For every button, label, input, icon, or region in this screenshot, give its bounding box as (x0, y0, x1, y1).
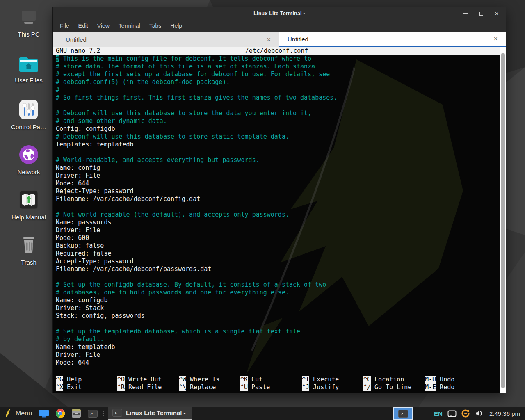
terminal-launcher-icon[interactable]: >_ (88, 410, 98, 418)
nano-shortcut-where-is: ^W Where Is (179, 376, 240, 383)
terminal-line: Name: passwords (56, 219, 500, 226)
chrome-browser-icon[interactable] (56, 409, 65, 418)
volume-tray-icon[interactable] (475, 409, 484, 418)
terminal-line: # Debconf will use this database to stor… (56, 133, 500, 141)
terminal-line: Mode: 644 (56, 180, 500, 187)
terminal-line: # Set up the templatedb database, which … (56, 328, 500, 336)
desktop-icon-this-pc[interactable]: This PC (4, 9, 53, 54)
nano-shortcut-execute: ^T Execute (302, 376, 363, 383)
shortcut-key: ^R (117, 383, 125, 391)
nano-shortcut-justify: ^J Justify (302, 383, 363, 391)
terminal-line: # debconf.conf(5) (in the debconf-doc pa… (56, 78, 500, 86)
desktop-icon-label: User Files (15, 77, 43, 84)
terminal-line: # World-readable, and accepts everything… (56, 156, 500, 164)
tab-label: Untitled (66, 36, 87, 43)
terminal-line (56, 203, 500, 211)
shortcut-key: ^C (363, 376, 371, 383)
terminal-icon: >_ (398, 410, 408, 418)
shortcut-key: ^U (240, 383, 248, 391)
terminal-scrollbar[interactable] (500, 47, 506, 393)
maximize-button[interactable] (478, 10, 484, 17)
nano-shortcut-read-file: ^R Read File (117, 383, 179, 391)
nano-shortcut-help: ^G Help (56, 376, 117, 383)
laptop-icon (17, 9, 40, 27)
nano-shortcut-write-out: ^O Write Out (117, 376, 179, 383)
terminal-line: Reject-Type: password (56, 187, 500, 195)
menu-item-tabs[interactable]: Tabs (149, 23, 162, 29)
terminal-line: Name: configdb (56, 297, 500, 304)
shortcut-key: ^W (179, 376, 186, 383)
tab-untitled-1[interactable]: Untitled × (53, 32, 279, 47)
file-manager-icon[interactable] (71, 409, 81, 418)
keyboard-layout-indicator[interactable]: EN (434, 410, 443, 417)
desktop-icon-label: Network (17, 169, 40, 176)
minimize-button[interactable] (462, 10, 469, 17)
window-title: Linux Lite Terminal - (253, 11, 305, 16)
menu-item-terminal[interactable]: Terminal (119, 23, 140, 29)
shortcut-key: ^/ (363, 383, 371, 391)
terminal-line (56, 148, 500, 156)
terminal-line (56, 320, 500, 328)
nano-title-bar: GNU nano 7.2 /etc/debconf.conf (53, 47, 500, 55)
sliders-icon (18, 99, 39, 120)
shortcut-key: ^O (117, 376, 125, 383)
menu-item-file[interactable]: File (60, 23, 69, 29)
shortcut-key: ^K (240, 376, 248, 383)
nano-shortcut-replace: ^\ Replace (179, 383, 240, 391)
shortcut-key: ^G (56, 376, 63, 383)
menu-item-view[interactable]: View (97, 23, 110, 29)
tray-terminal-focus[interactable]: >_ (393, 407, 413, 420)
updates-tray-icon[interactable] (461, 409, 470, 418)
tab-close-icon[interactable]: × (267, 37, 271, 43)
display-tray-icon[interactable] (447, 410, 457, 417)
terminal-line: Name: templatedb (56, 343, 500, 351)
desktop-icon-control-panel[interactable]: Control Pa… (4, 99, 53, 144)
terminal-window: Linux Lite Terminal - ✕ FileEditViewTerm… (53, 7, 506, 393)
terminal-line: # Set up the configdb database. By defau… (56, 281, 500, 289)
desktop-icon-label: Help Manual (11, 214, 46, 221)
tab-label: Untitled (288, 36, 308, 43)
nano-shortcut-undo: M-U Undo (425, 376, 454, 383)
window-titlebar[interactable]: Linux Lite Terminal - ✕ (53, 7, 506, 20)
clock[interactable]: 2:49:36 pm (489, 410, 520, 417)
nano-shortcut-location: ^C Location (363, 376, 425, 383)
terminal-line: # This is the main config file for debco… (56, 55, 500, 63)
terminal-line (56, 273, 500, 281)
terminal-line: Mode: 600 (56, 234, 500, 242)
menu-bar: FileEditViewTerminalTabsHelp (53, 20, 506, 32)
nano-shortcut-cut: ^K Cut (240, 376, 302, 383)
tab-untitled-2[interactable]: Untitled × (279, 32, 506, 47)
menu-item-help[interactable]: Help (170, 23, 182, 29)
linux-lite-logo-icon[interactable] (5, 408, 12, 419)
terminal-icon: >_ (112, 409, 122, 417)
terminal-line: Accept-Type: password (56, 258, 500, 265)
show-desktop-icon[interactable] (39, 409, 49, 418)
tab-close-icon[interactable]: × (494, 36, 498, 42)
taskbar-window-button[interactable]: >_ Linux Lite Terminal - (108, 407, 192, 420)
terminal-line: # So first things first. This first stan… (56, 94, 500, 102)
menu-item-edit[interactable]: Edit (78, 23, 88, 29)
terminal-line: # and some other dynamic data. (56, 117, 500, 125)
terminal-line: Driver: File (56, 172, 500, 180)
panel-handle[interactable] (103, 411, 104, 416)
terminal-line: Required: false (56, 250, 500, 258)
tab-bar: Untitled × Untitled × (53, 32, 506, 47)
desktop-icon-trash[interactable]: Trash (4, 235, 53, 280)
desktop-icon-user-files[interactable]: User Files (4, 54, 53, 99)
desktop-icon-help-manual[interactable]: Help Manual (4, 189, 53, 235)
desktop-icon-network[interactable]: Network (4, 144, 53, 189)
desktop-icon-label: This PC (18, 31, 39, 38)
close-button[interactable]: ✕ (493, 10, 500, 17)
terminal-line: Driver: File (56, 226, 500, 234)
terminal-line: Filename: /var/cache/debconf/passwords.d… (56, 265, 500, 273)
shortcut-key: ^\ (179, 383, 186, 391)
terminal-screen[interactable]: GNU nano 7.2 /etc/debconf.conf # This is… (53, 47, 506, 393)
terminal-line: Config: configdb (56, 125, 500, 133)
terminal-line: # except the first sets up a database fo… (56, 71, 500, 78)
terminal-line: # Debconf will use this database to stor… (56, 110, 500, 117)
shortcut-key: ^T (302, 376, 309, 383)
menu-button[interactable]: Menu (16, 410, 32, 417)
terminal-line: # databases, one to hold passwords and o… (56, 289, 500, 297)
scrollbar-thumb[interactable] (501, 53, 505, 388)
terminal-line: Mode: 644 (56, 359, 500, 367)
